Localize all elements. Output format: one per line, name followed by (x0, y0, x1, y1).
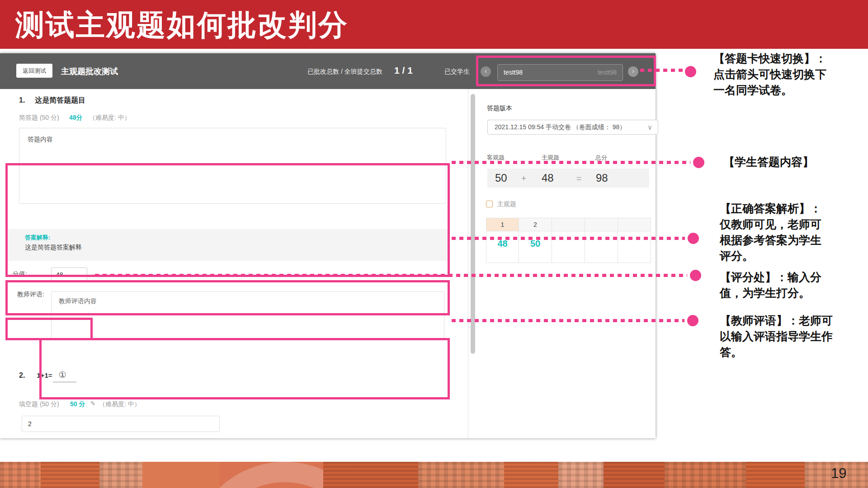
answer-explanation-text: 这是简答题答案解释 (25, 244, 82, 252)
table-header-cell (618, 218, 651, 231)
question2-answer-input (22, 416, 220, 432)
question1-heading: 1.这是简答题题目 (19, 96, 85, 105)
student-answer-text: 答题内容 (28, 136, 53, 143)
student-name-ghost: testt98 (598, 69, 617, 76)
chevron-down-icon: ∨ (647, 120, 652, 134)
question1-difficulty-label: （难易度: 中） (89, 114, 131, 122)
building-shape (665, 462, 746, 488)
table-score-cell (552, 231, 585, 263)
question1-type-label: 简答题 (50 分) (19, 114, 59, 122)
score-summary-band: 50 + 48 = 98 (487, 169, 649, 188)
chevron-left-icon: ‹ (485, 67, 487, 75)
building-shape (558, 462, 604, 488)
slide-header: 测试主观题如何批改判分 (0, 0, 868, 49)
answer-version-value: 2021.12.15 09:54 手动交卷 （卷面成绩： 98） (495, 123, 626, 131)
question2-number: 2. (19, 371, 25, 379)
answer-explanation-block: 答案解释: 这是简答题答案解释 (8, 229, 448, 261)
app-title: 主观题批改测试 (61, 66, 118, 77)
plus-sign: + (521, 174, 526, 183)
app-toolbar: 返回测试 主观题批改测试 已批改总数 / 全班提交总数 1 / 1 已交学生 ‹… (0, 53, 656, 89)
answer-version-dropdown[interactable]: 2021.12.15 09:54 手动交卷 （卷面成绩： 98） ∨ (487, 120, 658, 135)
page-number: 19 (831, 465, 846, 482)
question2-heading: 2.1+1=① (19, 370, 66, 380)
question1-title: 这是简答题题目 (35, 96, 85, 104)
equals-sign: = (576, 174, 581, 183)
annotation-dot (690, 270, 701, 281)
question2-difficulty-label: （难易度: 中） (99, 400, 141, 408)
table-score-cell: 48 (486, 231, 519, 263)
annotation-scoring: 【评分处】：输入分 值，为学生打分。 (720, 269, 868, 301)
table-header-cell[interactable]: 1 (486, 218, 519, 231)
question2-type-label: 填空题 (50 分) (19, 400, 59, 408)
back-to-test-button[interactable]: 返回测试 (16, 64, 52, 78)
table-score-cell: 50 (519, 231, 552, 263)
score-input[interactable] (51, 267, 87, 282)
building-shape (41, 462, 99, 488)
scrollbar-thumb[interactable] (471, 94, 475, 354)
chevron-right-icon: › (632, 67, 634, 75)
question1-number: 1. (19, 96, 25, 104)
graded-stats-value: 1 / 1 (394, 65, 413, 76)
graded-stats-label: 已批改总数 / 全班提交总数 (307, 68, 382, 76)
annotation-student-switcher: 【答题卡快速切换】： 点击箭头可快速切换下 一名同学试卷。 (713, 51, 863, 98)
annotation-correct-answer: 【正确答案解析】： 仅教师可见，老师可 根据参考答案为学生 评分。 (720, 201, 868, 264)
student-answer-box: 答题内容 (19, 128, 446, 204)
table-header-cell (552, 218, 585, 231)
edit-icon[interactable]: ✎ (90, 400, 96, 407)
table-header-cell (585, 218, 618, 231)
footer-pattern (0, 462, 868, 488)
next-student-button[interactable]: › (628, 66, 638, 77)
building-shape (746, 462, 805, 488)
building-shape (0, 462, 41, 488)
table-score-cell (618, 231, 651, 263)
subjective-score-table: 1 2 48 50 (486, 218, 651, 263)
blank-underline (53, 382, 76, 382)
table-score-cell (585, 231, 618, 263)
subjective-score: 48 (542, 172, 554, 184)
building-shape (99, 462, 142, 488)
building-shape (504, 462, 558, 488)
blank-number-icon: ① (59, 370, 66, 380)
annotation-connector (452, 237, 685, 240)
annotation-connector (452, 161, 690, 164)
question2-score-label: 50 分 (70, 400, 85, 408)
annotation-teacher-comment: 【教师评语】：老师可 以输入评语指导学生作 答。 (720, 313, 868, 360)
subjective-checkbox-label: 主观题 (497, 200, 516, 208)
answer-version-label: 答题版本 (487, 104, 512, 113)
panel-divider (468, 89, 468, 438)
annotation-dot (685, 66, 696, 77)
prev-student-button[interactable]: ‹ (481, 66, 491, 77)
question2-title: 1+1= (37, 371, 52, 379)
objective-score: 50 (495, 172, 507, 184)
table-header-cell[interactable]: 2 (519, 218, 552, 231)
building-shape (604, 462, 665, 488)
annotation-connector (452, 319, 684, 322)
building-shape (323, 462, 418, 488)
submitted-students-label: 已交学生 (444, 68, 470, 76)
subjective-checkbox[interactable] (486, 201, 493, 207)
score-label: 分值: (13, 270, 27, 278)
annotation-dot (687, 315, 698, 326)
slide: 测试主观题如何批改判分 返回测试 主观题批改测试 已批改总数 / 全班提交总数 … (0, 0, 868, 488)
annotation-connector (640, 69, 684, 72)
arc-shape (190, 462, 339, 488)
total-score: 98 (596, 172, 608, 184)
teacher-comment-textarea[interactable]: 教师评语内容 (51, 291, 444, 340)
annotation-dot (693, 157, 704, 168)
question1-score-label: 48分 (69, 114, 83, 122)
answer-explanation-label: 答案解释: (25, 234, 50, 242)
student-name: testt98 (504, 69, 523, 76)
annotation-dot (688, 233, 699, 244)
annotation-student-answer: 【学生答题内容】 (723, 154, 868, 170)
teacher-comment-label: 教师评语: (17, 291, 44, 299)
slide-title: 测试主观题如何批改判分 (15, 5, 349, 45)
building-shape (418, 462, 504, 488)
student-select-field[interactable]: testt98 testt98 (497, 64, 623, 81)
annotation-connector (95, 274, 687, 277)
app-screenshot: 返回测试 主观题批改测试 已批改总数 / 全班提交总数 1 / 1 已交学生 ‹… (0, 53, 656, 438)
